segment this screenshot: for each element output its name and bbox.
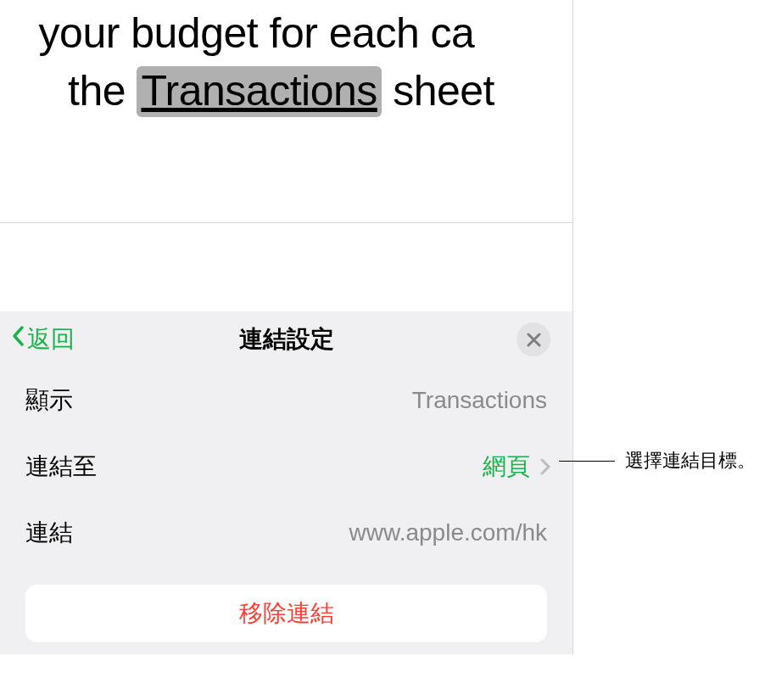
link-url-row-value: www.apple.com/hk — [349, 519, 547, 546]
doc-text-fragment[interactable]: sheet — [382, 67, 494, 115]
linkto-row[interactable]: 連結至 網頁 — [0, 434, 572, 500]
chevron-right-icon — [540, 458, 550, 475]
callout-annotation: 選擇連結目標。 — [559, 448, 756, 473]
callout-text: 選擇連結目標。 — [625, 448, 756, 473]
panel-detached-gap — [0, 223, 573, 311]
link-url-row[interactable]: 連結 www.apple.com/hk — [0, 500, 572, 566]
doc-text-fragment[interactable]: your budget for each ca — [39, 9, 475, 57]
display-row-value: Transactions — [412, 387, 547, 414]
back-button-label: 返回 — [27, 323, 75, 356]
display-row-label: 顯示 — [25, 384, 73, 417]
linkto-row-value: 網頁 — [483, 451, 550, 483]
panel-title: 連結設定 — [239, 323, 334, 356]
selected-hyperlink[interactable]: Transactions — [137, 66, 381, 117]
close-button[interactable] — [517, 322, 550, 356]
link-settings-panel: 返回 連結設定 顯示 Transactions 連結至 網頁 連結 www. — [0, 311, 573, 654]
panel-header: 返回 連結設定 — [0, 311, 572, 367]
close-icon — [527, 333, 541, 347]
doc-text-fragment[interactable]: the — [68, 67, 137, 115]
callout-leader-line — [559, 461, 615, 462]
remove-link-button[interactable]: 移除連結 — [25, 585, 547, 642]
linkto-row-label: 連結至 — [25, 451, 97, 483]
link-url-row-label: 連結 — [25, 517, 73, 549]
chevron-left-icon — [12, 325, 24, 352]
remove-link-label: 移除連結 — [239, 597, 334, 630]
back-button[interactable]: 返回 — [12, 323, 75, 356]
document-text-area[interactable]: your budget for each ca the Transactions… — [0, 0, 573, 223]
display-row[interactable]: 顯示 Transactions — [0, 367, 572, 434]
